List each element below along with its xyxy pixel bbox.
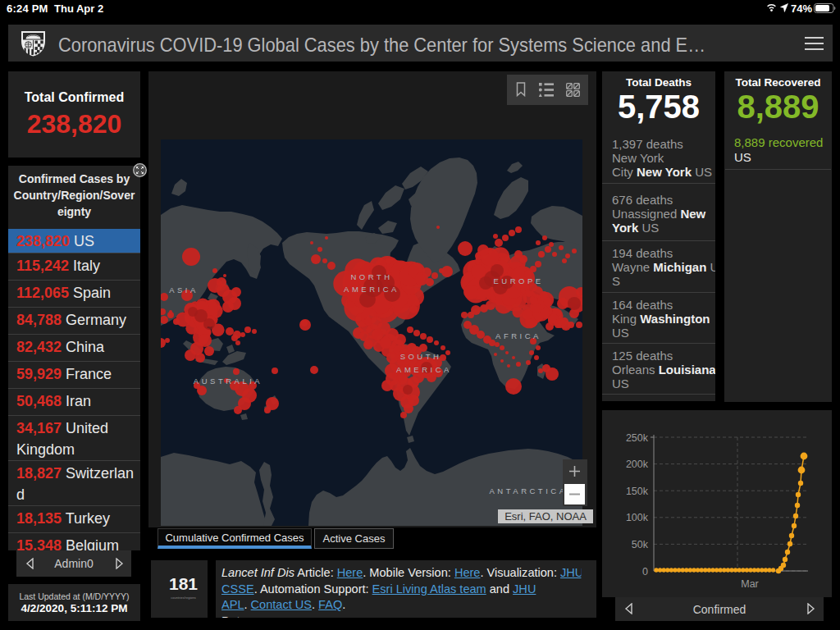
svg-text:AFRICA: AFRICA xyxy=(495,331,541,340)
svg-text:ASIA: ASIA xyxy=(169,285,199,294)
svg-text:50k: 50k xyxy=(632,539,649,550)
svg-text:EUROPE: EUROPE xyxy=(493,276,543,285)
svg-text:NORTH: NORTH xyxy=(350,272,392,281)
svg-text:250k: 250k xyxy=(626,432,649,444)
svg-text:100k: 100k xyxy=(626,512,649,523)
svg-text:ANTARCTICA: ANTARCTICA xyxy=(490,486,568,495)
svg-text:200k: 200k xyxy=(626,459,649,470)
svg-text:0: 0 xyxy=(642,566,648,578)
svg-text:AMERICA: AMERICA xyxy=(344,285,399,294)
svg-text:150k: 150k xyxy=(626,486,649,497)
svg-text:AUSTRALIA: AUSTRALIA xyxy=(194,377,262,386)
svg-text:SOUTH: SOUTH xyxy=(400,352,442,361)
svg-text:AMERICA: AMERICA xyxy=(396,365,452,374)
svg-text:Mar: Mar xyxy=(741,578,759,590)
